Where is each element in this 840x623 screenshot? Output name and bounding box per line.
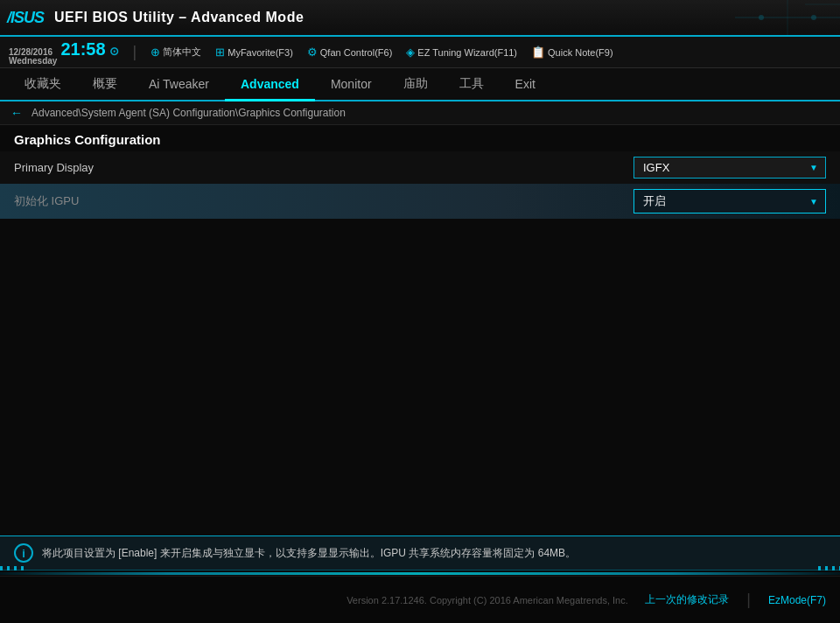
igpu-init-value: 开启 <box>643 193 666 209</box>
tab-ai-tweaker[interactable]: Ai Tweaker <box>133 68 225 102</box>
footer-divider: | <box>746 591 751 609</box>
tab-overview[interactable]: 概要 <box>77 68 133 102</box>
tab-favorites[interactable]: 收藏夹 <box>9 68 77 102</box>
footer-version: Version 2.17.1246. Copyright (C) 2016 Am… <box>330 595 646 606</box>
dropdown-arrow-icon: ▼ <box>809 163 818 172</box>
qfan-icon: ⚙ <box>307 46 318 59</box>
language-label: 简体中文 <box>163 46 201 59</box>
igpu-init-row: 初始化 IGPU 开启 ▼ <box>0 184 840 219</box>
tab-tools[interactable]: 工具 <box>444 68 500 102</box>
breadcrumb-text: Advanced\System Agent (SA) Configuration… <box>32 107 346 119</box>
last-modified-btn[interactable]: 上一次的修改记录 <box>645 592 729 607</box>
breadcrumb: ← Advanced\System Agent (SA) Configurati… <box>0 102 840 125</box>
page-title: Graphics Configuration <box>14 132 161 147</box>
igfx-value: IGFX <box>643 161 669 174</box>
myfavorite-icon: ⊞ <box>215 46 225 59</box>
igpu-init-dropdown-wrapper[interactable]: 开启 ▼ <box>634 189 826 214</box>
info-icon: i <box>14 543 33 563</box>
footer-right: 上一次的修改记录 | EzMode(F7) <box>645 591 826 609</box>
quick-note-shortcut[interactable]: 📋 Quick Note(F9) <box>531 46 613 59</box>
circuit-line <box>0 572 840 575</box>
main-content: Primary Display IGFX ▼ 初始化 IGPU 开启 ▼ <box>0 151 840 219</box>
datetime-display: 12/28/2016 Wednesday 21:58 ⊙ <box>9 39 119 66</box>
tab-advanced[interactable]: Advanced <box>225 68 315 102</box>
date-display: 12/28/2016 Wednesday <box>9 48 57 66</box>
nav-tabs: 收藏夹 概要 Ai Tweaker Advanced Monitor 庙助 工具… <box>0 68 840 102</box>
language-shortcut[interactable]: ⊕ 简体中文 <box>150 46 201 59</box>
info-text: 将此项目设置为 [Enable] 来开启集成与独立显卡，以支持多显显示输出。IG… <box>42 546 576 561</box>
myfavorite-shortcut[interactable]: ⊞ MyFavorite(F3) <box>215 46 293 59</box>
info-bar: i 将此项目设置为 [Enable] 来开启集成与独立显卡，以支持多显显示输出。… <box>0 536 840 570</box>
ez-tuning-icon: ◈ <box>406 46 415 59</box>
igpu-init-dropdown[interactable]: 开启 ▼ <box>634 189 826 214</box>
bios-title: UEFI BIOS Utility – Advanced Mode <box>54 10 304 25</box>
tab-monitor[interactable]: Monitor <box>315 68 388 102</box>
svg-point-3 <box>811 15 816 20</box>
igfx-dropdown[interactable]: IGFX ▼ <box>634 157 826 178</box>
back-arrow-icon[interactable]: ← <box>10 106 23 120</box>
svg-point-2 <box>759 15 764 20</box>
tab-exit[interactable]: Exit <box>500 68 551 102</box>
language-icon: ⊕ <box>150 46 160 59</box>
ez-tuning-label: EZ Tuning Wizard(F11) <box>417 47 517 58</box>
primary-display-dropdown[interactable]: IGFX ▼ <box>634 157 826 178</box>
igpu-dropdown-arrow-icon: ▼ <box>809 197 818 206</box>
time-icon: ⊙ <box>109 45 119 58</box>
tab-help[interactable]: 庙助 <box>388 68 444 102</box>
circuit-decoration-right <box>814 566 840 570</box>
divider-1: | <box>133 43 137 61</box>
igpu-init-label: 初始化 IGPU <box>14 193 276 209</box>
asus-logo: /ISUS <box>7 9 44 27</box>
quick-note-icon: 📋 <box>531 46 545 59</box>
ez-tuning-shortcut[interactable]: ◈ EZ Tuning Wizard(F11) <box>406 46 517 59</box>
header-bar: /ISUS UEFI BIOS Utility – Advanced Mode <box>0 0 840 37</box>
time-display: 21:58 <box>60 39 105 60</box>
shortcuts-bar: 12/28/2016 Wednesday 21:58 ⊙ | ⊕ 简体中文 ⊞ … <box>0 37 840 68</box>
quick-note-label: Quick Note(F9) <box>548 47 613 58</box>
circuit-decoration-left <box>0 566 26 570</box>
qfan-label: Qfan Control(F6) <box>320 47 393 58</box>
ez-mode-btn[interactable]: EzMode(F7) <box>768 594 826 606</box>
page-title-row: Graphics Configuration <box>0 125 840 151</box>
qfan-shortcut[interactable]: ⚙ Qfan Control(F6) <box>307 46 393 59</box>
primary-display-label: Primary Display <box>14 161 276 174</box>
primary-display-row: Primary Display IGFX ▼ <box>0 151 840 184</box>
myfavorite-label: MyFavorite(F3) <box>228 47 293 58</box>
footer-bar: Version 2.17.1246. Copyright (C) 2016 Am… <box>0 576 840 623</box>
